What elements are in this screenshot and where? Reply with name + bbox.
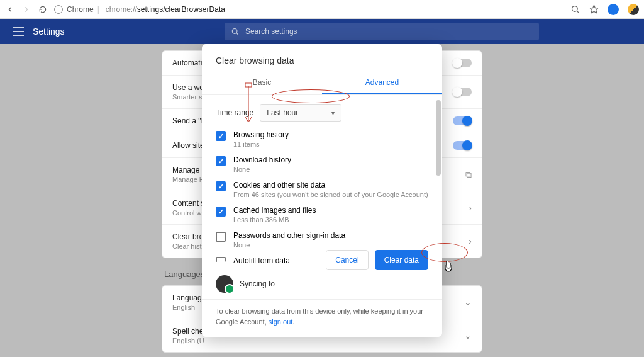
dialog-body: Time range Last hour ▾ Browsing history1… xyxy=(202,95,442,244)
menu-icon[interactable] xyxy=(13,27,24,36)
chevron-right-icon: › xyxy=(469,203,472,213)
browser-toolbar: Chrome | chrome://settings/clearBrowserD… xyxy=(0,0,644,19)
reload-button[interactable] xyxy=(38,4,48,14)
search-box[interactable] xyxy=(225,23,539,40)
option-download-history[interactable]: Download historyNone xyxy=(216,156,428,173)
avatar xyxy=(216,275,233,293)
svg-point-2 xyxy=(232,29,237,34)
dialog-tabs: Basic Advanced xyxy=(202,72,442,95)
dialog-title: Clear browsing data xyxy=(202,55,442,72)
star-icon[interactable] xyxy=(589,4,599,14)
option-passwords[interactable]: Passwords and other sign-in dataNone xyxy=(216,231,428,249)
app-header: Settings xyxy=(0,19,644,44)
svg-point-0 xyxy=(572,6,577,12)
option-cache[interactable]: Cached images and filesLess than 386 MB xyxy=(216,206,428,224)
back-button[interactable] xyxy=(5,4,15,14)
checkbox[interactable] xyxy=(216,207,226,217)
sync-row: Syncing to xyxy=(202,275,442,300)
site-info-icon[interactable] xyxy=(54,5,63,14)
profile-avatar-icon[interactable] xyxy=(608,4,619,15)
site-chip: Chrome | xyxy=(54,5,99,14)
tab-advanced[interactable]: Advanced xyxy=(322,72,442,94)
toggle[interactable] xyxy=(453,116,472,125)
search-icon[interactable] xyxy=(570,4,580,14)
time-range-label: Time range xyxy=(216,108,253,117)
address-bar[interactable]: chrome://settings/clearBrowserData xyxy=(106,5,225,14)
clear-browsing-data-dialog: Clear browsing data Basic Advanced Time … xyxy=(202,44,442,337)
option-browsing-history[interactable]: Browsing history11 items xyxy=(216,130,428,148)
signout-blurb: To clear browsing data from this device … xyxy=(202,306,442,327)
sign-out-link[interactable]: sign out xyxy=(269,318,293,326)
site-chip-label: Chrome xyxy=(67,5,94,14)
page-title: Settings xyxy=(33,26,65,37)
chevron-right-icon: › xyxy=(469,236,472,246)
chevron-down-icon: ⌄ xyxy=(464,331,472,341)
extension-icon[interactable] xyxy=(628,4,639,15)
checkbox[interactable] xyxy=(216,232,226,242)
search-input[interactable] xyxy=(245,27,533,36)
scrollbar[interactable] xyxy=(436,100,441,239)
option-cookies[interactable]: Cookies and other site dataFrom 46 sites… xyxy=(216,181,428,198)
tab-basic[interactable]: Basic xyxy=(202,72,322,94)
option-autofill[interactable]: Autofill form data xyxy=(216,256,428,265)
toolbar-right xyxy=(570,4,639,15)
time-range-select[interactable]: Last hour ▾ xyxy=(260,104,341,122)
svg-marker-1 xyxy=(590,5,598,13)
search-icon xyxy=(231,27,239,36)
checkbox[interactable] xyxy=(216,181,226,191)
launch-icon: ⧉ xyxy=(465,169,472,180)
sync-label: Syncing to xyxy=(240,280,275,288)
checkbox[interactable] xyxy=(216,131,226,141)
checkbox[interactable] xyxy=(216,156,226,166)
toggle[interactable] xyxy=(453,59,472,67)
checkbox[interactable] xyxy=(216,257,226,262)
toggle[interactable] xyxy=(453,88,472,96)
time-range-row: Time range Last hour ▾ xyxy=(216,104,428,122)
forward-button[interactable] xyxy=(21,4,31,14)
chevron-down-icon: ▾ xyxy=(331,110,335,116)
toggle[interactable] xyxy=(453,141,472,150)
chevron-down-icon: ⌄ xyxy=(464,297,472,307)
